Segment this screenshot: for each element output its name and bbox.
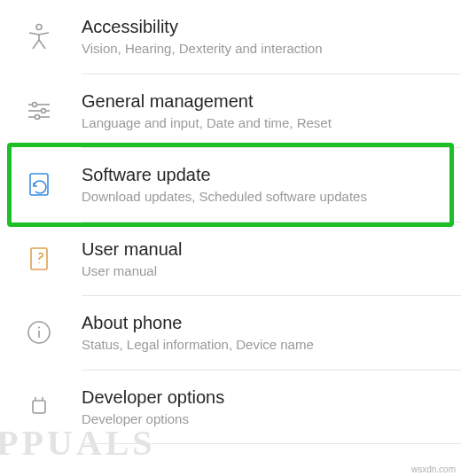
settings-item-subtitle: Language and input, Date and time, Reset — [82, 114, 452, 132]
settings-item-subtitle: Status, Legal information, Device name — [82, 336, 452, 354]
svg-point-9 — [38, 261, 40, 263]
settings-item-subtitle: Vision, Hearing, Dexterity and interacti… — [82, 40, 452, 58]
settings-item-general-management[interactable]: General management Language and input, D… — [0, 74, 461, 148]
settings-item-developer-options[interactable]: Developer options Developer options — [0, 371, 461, 444]
settings-item-title: Developer options — [82, 386, 452, 409]
settings-item-user-manual[interactable]: User manual User manual — [0, 222, 461, 296]
update-icon — [25, 170, 64, 199]
sliders-icon — [25, 97, 64, 125]
svg-point-4 — [42, 108, 46, 113]
settings-item-text: User manual User manual — [64, 238, 452, 280]
settings-item-text: About phone Status, Legal information, D… — [64, 312, 452, 354]
source-attribution: wsxdn.com — [411, 464, 456, 474]
svg-point-11 — [38, 327, 40, 329]
info-icon — [25, 318, 64, 347]
settings-item-text: General management Language and input, D… — [64, 90, 452, 132]
divider — [82, 443, 461, 444]
settings-item-subtitle: Download updates, Scheduled software upd… — [82, 188, 452, 206]
settings-list: Accessibility Vision, Hearing, Dexterity… — [0, 0, 461, 444]
developer-icon — [25, 393, 64, 421]
settings-item-accessibility[interactable]: Accessibility Vision, Hearing, Dexterity… — [0, 0, 461, 74]
manual-icon — [25, 245, 64, 273]
svg-point-6 — [35, 114, 40, 119]
svg-point-2 — [33, 102, 37, 106]
settings-item-title: User manual — [82, 238, 452, 261]
settings-item-software-update[interactable]: Software update Download updates, Schedu… — [0, 148, 461, 222]
settings-item-text: Developer options Developer options — [64, 386, 452, 428]
settings-item-subtitle: User manual — [82, 262, 452, 280]
settings-item-title: Accessibility — [82, 16, 452, 38]
settings-item-about-phone[interactable]: About phone Status, Legal information, D… — [0, 296, 461, 370]
svg-point-0 — [36, 25, 42, 30]
settings-item-title: Software update — [82, 164, 452, 186]
settings-item-title: About phone — [82, 312, 452, 334]
settings-item-title: General management — [82, 90, 452, 113]
settings-item-text: Accessibility Vision, Hearing, Dexterity… — [64, 16, 452, 58]
settings-item-subtitle: Developer options — [82, 410, 452, 428]
settings-item-text: Software update Download updates, Schedu… — [64, 164, 452, 206]
accessibility-icon — [25, 22, 64, 51]
svg-rect-13 — [33, 401, 45, 413]
